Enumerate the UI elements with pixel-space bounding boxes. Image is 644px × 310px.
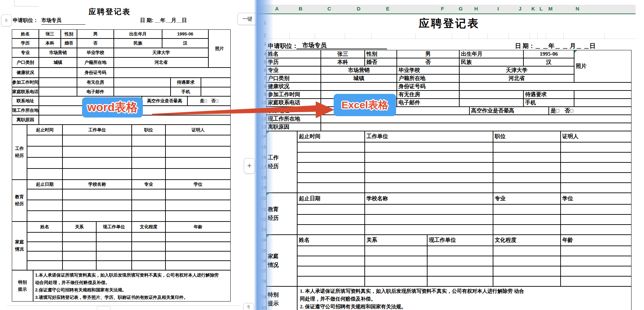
- excel-cell-参加工作时间[interactable]: 参加工作时间: [266, 91, 321, 99]
- word-cell-empty[interactable]: [96, 261, 132, 270]
- excel-cell-empty[interactable]: [427, 276, 493, 286]
- word-cell-张三[interactable]: 张三: [39, 29, 61, 38]
- excel-cell-专业[interactable]: 专业: [493, 193, 561, 204]
- excel-cell-empty[interactable]: [561, 152, 632, 162]
- word-cell-empty[interactable]: [165, 200, 231, 211]
- excel-cell-姓名[interactable]: 姓名: [297, 235, 365, 246]
- excel-cell-empty[interactable]: [561, 276, 632, 286]
- word-cell-empty[interactable]: [96, 232, 132, 242]
- word-cell-empty[interactable]: [132, 211, 165, 222]
- column-header-F[interactable]: F: [438, 6, 447, 11]
- excel-cell-学校名称[interactable]: 学校名称: [365, 193, 493, 204]
- word-cell-empty[interactable]: [132, 146, 165, 157]
- excel-cell-empty[interactable]: [297, 204, 365, 214]
- word-cell-出生年月[interactable]: 出生年月: [114, 29, 162, 38]
- excel-cell-文化程度[interactable]: 文化程度: [493, 235, 561, 246]
- word-cell-empty[interactable]: [165, 261, 231, 270]
- word-cell-empty[interactable]: [62, 211, 132, 222]
- word-cell-本科[interactable]: 本科: [39, 38, 61, 48]
- excel-cell-empty[interactable]: [365, 266, 427, 276]
- word-cell-empty[interactable]: [132, 135, 165, 146]
- excel-cell-姓名[interactable]: 姓名: [266, 50, 321, 58]
- excel-cell-empty[interactable]: [561, 214, 632, 225]
- word-cell-empty[interactable]: [62, 261, 96, 270]
- excel-cell-出生年月[interactable]: 出生年月: [459, 50, 523, 58]
- word-cell-empty[interactable]: [132, 242, 165, 251]
- excel-cell-empty[interactable]: [365, 225, 493, 235]
- excel-cell-户口类别[interactable]: 户口类别: [266, 74, 321, 82]
- excel-cell-empty[interactable]: [561, 225, 632, 235]
- excel-cell-有无住房[interactable]: 有无住房: [397, 91, 459, 99]
- word-cell-empty[interactable]: [96, 242, 132, 251]
- excel-cell-empty[interactable]: [365, 276, 427, 286]
- word-cell-河北省[interactable]: 河北省: [114, 57, 208, 68]
- excel-cell-专业[interactable]: 专业: [266, 66, 321, 74]
- word-cell-empty[interactable]: [132, 189, 165, 200]
- excel-cell-empty[interactable]: [574, 91, 632, 99]
- word-cell-城镇[interactable]: 城镇: [39, 57, 77, 68]
- excel-cell-empty[interactable]: [365, 214, 493, 225]
- excel-cell-empty[interactable]: [297, 173, 365, 183]
- excel-cell-empty[interactable]: [493, 173, 561, 183]
- excel-cell-张三[interactable]: 张三: [321, 50, 365, 58]
- word-cell-empty[interactable]: [165, 242, 231, 251]
- word-cell-性别[interactable]: 性别: [61, 29, 77, 38]
- word-cell-empty[interactable]: [165, 135, 231, 146]
- excel-cell-empty[interactable]: [427, 256, 493, 266]
- column-header-C[interactable]: C: [325, 6, 334, 11]
- excel-cell-市场营销[interactable]: 市场营销: [321, 66, 397, 74]
- word-cell-empty[interactable]: [201, 87, 231, 96]
- word-cell-empty[interactable]: [62, 251, 96, 261]
- word-cell-empty[interactable]: [165, 146, 231, 157]
- column-header-H[interactable]: H: [472, 6, 481, 11]
- word-cell-empty[interactable]: [62, 200, 132, 211]
- excel-cell-empty[interactable]: [561, 142, 632, 152]
- excel-cell-毕业学校[interactable]: 毕业学校: [397, 66, 459, 74]
- excel-cell-empty[interactable]: [297, 162, 365, 173]
- excel-cell-empty[interactable]: [459, 82, 632, 91]
- word-cell-否[interactable]: 否: [77, 38, 114, 48]
- excel-cell-健康状况[interactable]: 健康状况: [266, 82, 321, 91]
- word-apply-position-value[interactable]: 市场专员: [41, 17, 85, 25]
- excel-cell-城镇[interactable]: 城镇: [321, 74, 397, 82]
- excel-cell-empty[interactable]: [493, 162, 561, 173]
- word-cell-empty[interactable]: [27, 242, 62, 251]
- word-cell-empty[interactable]: [132, 157, 165, 169]
- word-cell-empty[interactable]: [27, 157, 62, 169]
- excel-cell-户籍所在地[interactable]: 户籍所在地: [397, 74, 459, 82]
- excel-cell-empty[interactable]: [561, 266, 632, 276]
- excel-cell-empty[interactable]: [561, 246, 632, 256]
- excel-cell-empty[interactable]: [493, 256, 561, 266]
- excel-cell-empty[interactable]: [297, 276, 365, 286]
- partial-bottom-button[interactable]: 5: [243, 303, 254, 310]
- word-cell-学位[interactable]: 学位: [165, 180, 231, 189]
- word-cell-empty[interactable]: [27, 232, 62, 242]
- word-cell-户籍所在地[interactable]: 户籍所在地: [77, 57, 114, 68]
- excel-cell-年龄[interactable]: 年龄: [561, 235, 632, 246]
- word-cell-empty[interactable]: [27, 261, 62, 270]
- word-cell-empty[interactable]: [165, 189, 231, 200]
- excel-cell-现工作单位[interactable]: 现工作单位: [427, 235, 493, 246]
- excel-cell-empty[interactable]: [297, 183, 365, 193]
- word-cell-empty[interactable]: [132, 200, 165, 211]
- excel-cell-empty[interactable]: [297, 152, 365, 162]
- excel-cell-empty[interactable]: [427, 266, 493, 276]
- excel-cell-电子邮件[interactable]: 电子邮件: [397, 99, 459, 107]
- word-cell-empty[interactable]: [114, 68, 231, 78]
- word-cell-家庭情况[interactable]: 家庭 情况: [12, 222, 27, 270]
- word-cell-手机[interactable]: 手机: [171, 87, 201, 96]
- word-cell-专业[interactable]: 专业: [132, 180, 165, 189]
- excel-cell-empty[interactable]: [321, 123, 632, 131]
- excel-cell-empty[interactable]: [297, 246, 365, 256]
- word-cell-empty[interactable]: [62, 169, 132, 180]
- word-cell-empty[interactable]: [62, 146, 132, 157]
- word-cell-姓名[interactable]: 姓名: [12, 29, 39, 38]
- excel-cell-empty[interactable]: [365, 162, 493, 173]
- excel-cell-empty[interactable]: [297, 225, 365, 235]
- excel-cell-empty[interactable]: [493, 204, 561, 214]
- word-cell-姓名[interactable]: 姓名: [27, 222, 62, 232]
- column-header-B[interactable]: B: [296, 6, 305, 11]
- word-cell-empty[interactable]: [39, 78, 77, 87]
- excel-cell-照片[interactable]: 照片: [574, 50, 632, 82]
- word-cell-学历[interactable]: 学历: [12, 38, 39, 48]
